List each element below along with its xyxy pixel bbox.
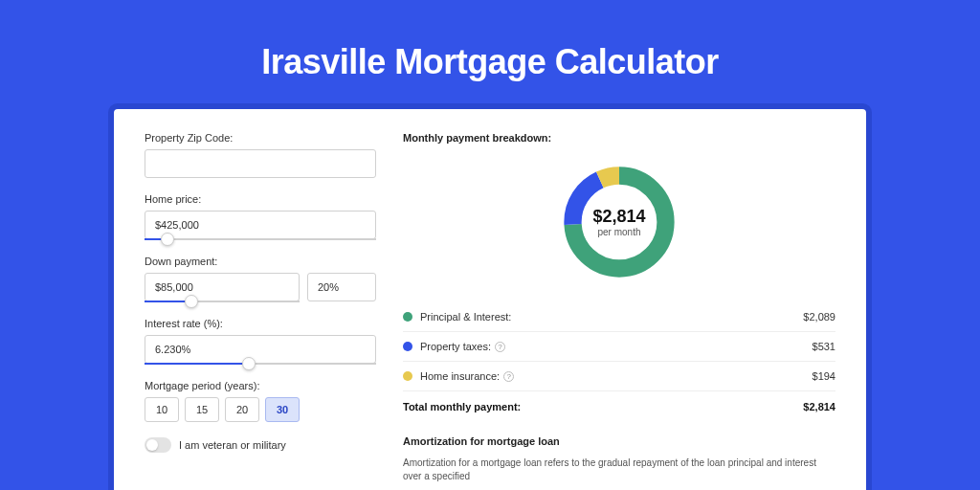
zip-label: Property Zip Code: bbox=[145, 132, 376, 144]
price-label: Home price: bbox=[145, 193, 376, 205]
inputs-column: Property Zip Code: Home price: Down paym… bbox=[145, 132, 376, 483]
legend-label: Property taxes:? bbox=[420, 341, 813, 352]
legend-value: $194 bbox=[813, 370, 835, 382]
donut-chart: $2,814 per month bbox=[403, 151, 835, 302]
legend-row: Property taxes:?$531 bbox=[403, 332, 835, 362]
down-field-group: Down payment: bbox=[145, 256, 376, 302]
period-button-30[interactable]: 30 bbox=[265, 397, 300, 422]
legend-label: Principal & Interest: bbox=[420, 311, 803, 323]
legend-dot-icon bbox=[403, 342, 412, 351]
total-label: Total monthly payment: bbox=[403, 401, 803, 412]
veteran-label: I am veteran or military bbox=[179, 439, 286, 451]
breakdown-column: Monthly payment breakdown: $2,814 per mo… bbox=[403, 132, 835, 483]
price-slider[interactable] bbox=[145, 238, 376, 240]
price-field-group: Home price: bbox=[145, 193, 376, 240]
total-value: $2,814 bbox=[803, 401, 835, 412]
down-amount-input[interactable] bbox=[145, 273, 300, 301]
donut-center-value: $2,814 bbox=[592, 207, 645, 227]
rate-label: Interest rate (%): bbox=[145, 318, 376, 329]
legend-row: Home insurance:?$194 bbox=[403, 362, 835, 391]
total-row: Total monthly payment: $2,814 bbox=[403, 391, 835, 430]
period-field-group: Mortgage period (years): 10152030 bbox=[145, 380, 376, 422]
legend-value: $2,089 bbox=[803, 311, 835, 323]
rate-slider[interactable] bbox=[145, 363, 376, 365]
info-icon[interactable]: ? bbox=[503, 371, 514, 382]
amortization-text: Amortization for a mortgage loan refers … bbox=[403, 457, 835, 483]
calculator-card: Property Zip Code: Home price: Down paym… bbox=[114, 109, 866, 490]
page-title: Irasville Mortgage Calculator bbox=[0, 0, 980, 109]
slider-thumb-icon[interactable] bbox=[242, 357, 256, 370]
slider-thumb-icon[interactable] bbox=[185, 295, 198, 308]
legend-label: Home insurance:? bbox=[420, 370, 813, 382]
period-button-10[interactable]: 10 bbox=[145, 397, 179, 422]
rate-field-group: Interest rate (%): bbox=[145, 318, 376, 365]
legend-dot-icon bbox=[403, 371, 412, 381]
zip-input[interactable] bbox=[145, 149, 376, 178]
down-label: Down payment: bbox=[145, 256, 376, 267]
donut-center-sub: per month bbox=[597, 227, 640, 237]
price-input[interactable] bbox=[145, 211, 376, 239]
slider-thumb-icon[interactable] bbox=[161, 233, 174, 246]
rate-input[interactable] bbox=[145, 335, 376, 364]
legend-row: Principal & Interest:$2,089 bbox=[403, 302, 835, 332]
legend-dot-icon bbox=[403, 312, 412, 322]
legend-value: $531 bbox=[813, 341, 835, 352]
period-label: Mortgage period (years): bbox=[145, 380, 376, 391]
zip-field-group: Property Zip Code: bbox=[145, 132, 376, 178]
veteran-toggle-row: I am veteran or military bbox=[145, 437, 376, 453]
veteran-toggle[interactable] bbox=[145, 437, 171, 453]
down-slider[interactable] bbox=[145, 301, 300, 302]
down-percent-input[interactable] bbox=[307, 273, 376, 301]
amortization-title: Amortization for mortgage loan bbox=[403, 430, 835, 447]
period-button-15[interactable]: 15 bbox=[185, 397, 219, 422]
breakdown-title: Monthly payment breakdown: bbox=[403, 132, 835, 144]
period-button-20[interactable]: 20 bbox=[225, 397, 259, 422]
info-icon[interactable]: ? bbox=[495, 342, 505, 352]
